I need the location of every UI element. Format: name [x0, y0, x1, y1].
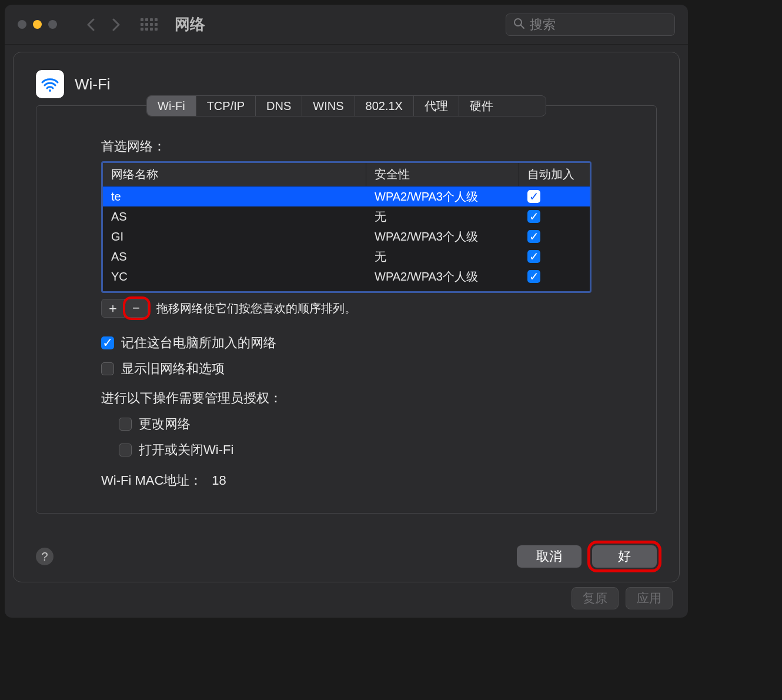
- add-remove-toolbar: ＋ − 拖移网络使它们按您喜欢的顺序排列。: [101, 299, 591, 318]
- cell-name: AS: [103, 250, 366, 264]
- table-row[interactable]: te WPA2/WPA3个人级 ✓: [103, 186, 590, 206]
- search-field[interactable]: [506, 14, 675, 36]
- window-title: 网络: [175, 14, 500, 35]
- show-legacy-row: ✓ 显示旧网络和选项: [101, 360, 591, 378]
- fieldset: Wi-Fi TCP/IP DNS WINS 802.1X 代理 硬件 首选网络：…: [36, 105, 657, 514]
- forward-button[interactable]: [106, 13, 126, 36]
- cell-name: AS: [103, 210, 366, 224]
- preferred-networks-label: 首选网络：: [101, 138, 591, 155]
- mac-address-value: 18: [212, 473, 226, 488]
- traffic-lights: [18, 20, 57, 29]
- tab-hardware[interactable]: 硬件: [459, 96, 504, 116]
- tab-wins[interactable]: WINS: [302, 96, 355, 116]
- checkbox-icon[interactable]: ✓: [527, 190, 540, 203]
- back-button[interactable]: [81, 13, 101, 36]
- sheet-footer: ? 取消 好: [36, 545, 657, 568]
- svg-point-2: [49, 89, 51, 92]
- close-window-icon[interactable]: [18, 20, 26, 29]
- search-input[interactable]: [530, 17, 667, 32]
- search-icon: [513, 18, 525, 32]
- table-row[interactable]: AS 无 ✓: [103, 206, 590, 226]
- checkbox-icon[interactable]: ✓: [527, 210, 540, 223]
- sheet-title: Wi-Fi: [75, 75, 111, 94]
- col-auto-join[interactable]: 自动加入: [519, 163, 590, 186]
- cell-autojoin: ✓: [519, 190, 590, 204]
- highlight-ring-icon: [123, 296, 151, 320]
- tab-tcpip[interactable]: TCP/IP: [196, 96, 256, 116]
- svg-point-0: [514, 19, 522, 26]
- mac-address-label: Wi-Fi MAC地址：: [101, 472, 202, 489]
- remember-networks-label: 记住这台电脑所加入的网络: [121, 334, 276, 352]
- checkbox-icon[interactable]: ✓: [527, 270, 540, 283]
- prefs-window: 网络 复原 应用 Wi-Fi: [5, 5, 688, 618]
- cell-name: te: [103, 190, 366, 204]
- drag-hint: 拖移网络使它们按您喜欢的顺序排列。: [156, 301, 356, 316]
- minimize-window-icon[interactable]: [33, 20, 42, 29]
- checkbox-icon[interactable]: ✓: [101, 362, 114, 375]
- checkbox-icon[interactable]: ✓: [527, 250, 540, 263]
- checkbox-icon[interactable]: ✓: [527, 230, 540, 243]
- table-row[interactable]: YC WPA2/WPA3个人级 ✓: [103, 266, 590, 286]
- col-network-name[interactable]: 网络名称: [103, 163, 366, 186]
- help-button[interactable]: ?: [36, 548, 54, 565]
- table-body[interactable]: te WPA2/WPA3个人级 ✓ AS 无 ✓ GI WPA2/WPA3个人级…: [103, 186, 590, 291]
- zoom-window-icon[interactable]: [48, 20, 57, 29]
- checkbox-icon[interactable]: ✓: [119, 418, 132, 431]
- tab-8021x[interactable]: 802.1X: [355, 96, 414, 116]
- checkbox-icon[interactable]: ✓: [101, 336, 114, 349]
- preferred-networks-table: 网络名称 安全性 自动加入 te WPA2/WPA3个人级 ✓ AS 无 ✓: [101, 161, 591, 293]
- cell-autojoin: ✓: [519, 250, 590, 264]
- table-header: 网络名称 安全性 自动加入: [103, 163, 590, 186]
- cell-name: GI: [103, 230, 366, 244]
- apply-button[interactable]: 应用: [626, 587, 673, 609]
- cancel-button[interactable]: 取消: [517, 545, 582, 568]
- ok-button[interactable]: 好: [592, 545, 657, 568]
- cell-security: WPA2/WPA3个人级: [366, 229, 519, 245]
- cell-autojoin: ✓: [519, 270, 590, 284]
- show-legacy-label: 显示旧网络和选项: [121, 360, 225, 378]
- options: ✓ 记住这台电脑所加入的网络 ✓ 显示旧网络和选项 进行以下操作需要管理员授权：…: [101, 334, 591, 459]
- tab-proxy[interactable]: 代理: [414, 96, 459, 116]
- remove-network-button[interactable]: −: [125, 299, 148, 318]
- tab-segmented-control: Wi-Fi TCP/IP DNS WINS 802.1X 代理 硬件: [146, 95, 546, 116]
- wifi-advanced-sheet: Wi-Fi Wi-Fi TCP/IP DNS WINS 802.1X 代理 硬件…: [13, 52, 680, 582]
- wifi-icon: [36, 70, 64, 98]
- col-security[interactable]: 安全性: [366, 163, 519, 186]
- cell-security: 无: [366, 209, 519, 225]
- mac-address-row: Wi-Fi MAC地址： 18: [101, 472, 591, 489]
- tab-dns[interactable]: DNS: [256, 96, 302, 116]
- checkbox-icon[interactable]: ✓: [119, 444, 132, 456]
- revert-button[interactable]: 复原: [572, 587, 619, 609]
- behind-buttons: 复原 应用: [572, 587, 673, 609]
- admin-toggle-wifi-row: ✓ 打开或关闭Wi-Fi: [119, 441, 591, 459]
- admin-auth-label: 进行以下操作需要管理员授权：: [101, 389, 591, 407]
- tab-wifi[interactable]: Wi-Fi: [147, 96, 196, 116]
- sheet-header: Wi-Fi: [36, 70, 657, 98]
- admin-change-networks-label: 更改网络: [139, 415, 191, 433]
- cell-name: YC: [103, 270, 366, 284]
- svg-line-1: [521, 25, 524, 28]
- cell-autojoin: ✓: [519, 210, 590, 224]
- cell-security: WPA2/WPA3个人级: [366, 269, 519, 285]
- remember-networks-row: ✓ 记住这台电脑所加入的网络: [101, 334, 591, 352]
- cell-security: WPA2/WPA3个人级: [366, 189, 519, 205]
- table-row[interactable]: GI WPA2/WPA3个人级 ✓: [103, 226, 590, 246]
- add-network-button[interactable]: ＋: [101, 299, 125, 318]
- show-all-icon[interactable]: [137, 13, 161, 36]
- cell-autojoin: ✓: [519, 230, 590, 244]
- admin-change-networks-row: ✓ 更改网络: [119, 415, 591, 433]
- table-row[interactable]: AS 无 ✓: [103, 246, 590, 266]
- titlebar: 网络: [5, 5, 688, 45]
- cell-security: 无: [366, 249, 519, 265]
- admin-toggle-wifi-label: 打开或关闭Wi-Fi: [139, 441, 233, 459]
